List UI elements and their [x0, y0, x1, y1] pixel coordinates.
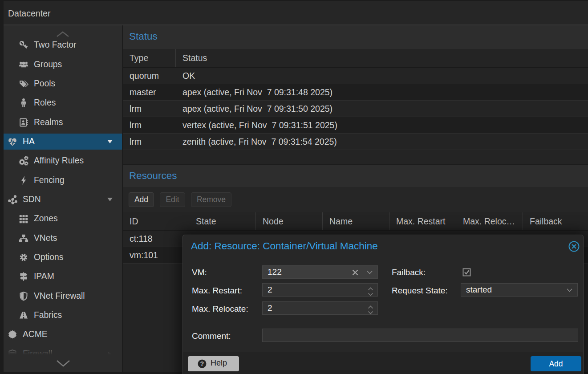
svg-text:?: ? — [200, 360, 204, 367]
